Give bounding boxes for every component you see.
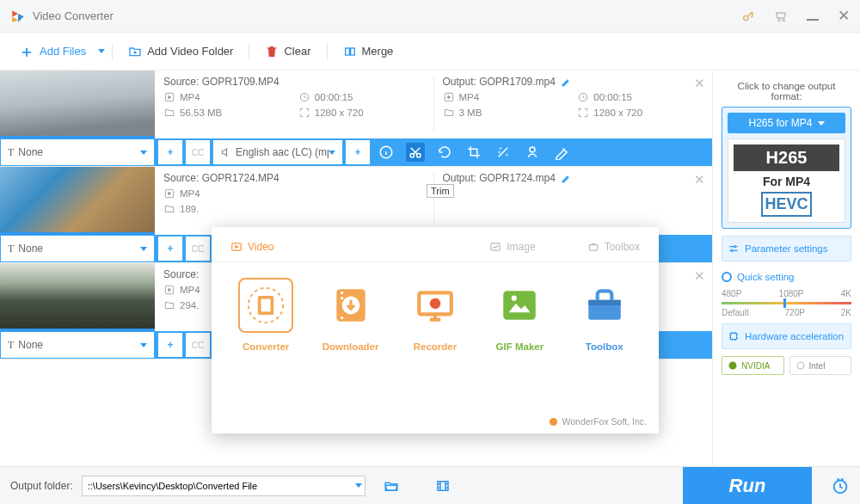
- app-logo-icon: [10, 9, 26, 24]
- remove-file-button[interactable]: ✕: [694, 268, 705, 284]
- quality-slider[interactable]: 480P1080P4K Default720P2K: [722, 289, 851, 317]
- parameter-settings-button[interactable]: Parameter settings: [722, 236, 851, 261]
- module-downloader[interactable]: Downloader: [315, 278, 387, 352]
- popup-tab-video[interactable]: Video: [230, 241, 273, 253]
- trim-tool-icon[interactable]: [406, 143, 425, 162]
- side-panel: Click to change output format: H265 for …: [712, 71, 860, 466]
- add-folder-button[interactable]: Add Video Folder: [120, 40, 242, 64]
- crop-tool-icon[interactable]: [464, 143, 483, 162]
- codec-hevc-label: HEVC: [761, 192, 811, 217]
- svg-rect-23: [491, 243, 501, 250]
- minimize-button[interactable]: [807, 19, 819, 21]
- add-subtitle-button[interactable]: +: [158, 237, 182, 261]
- app-title: Video Converter: [33, 9, 114, 22]
- cc-button[interactable]: CC: [186, 333, 210, 357]
- tooltip-trim: Trim: [427, 184, 454, 198]
- add-subtitle-button[interactable]: +: [158, 140, 182, 164]
- watermark-tool-icon[interactable]: [523, 143, 542, 162]
- svg-point-16: [731, 249, 733, 251]
- svg-rect-27: [261, 299, 271, 312]
- add-audio-button[interactable]: +: [346, 140, 370, 164]
- video-thumbnail[interactable]: [0, 263, 155, 331]
- svg-rect-20: [438, 481, 448, 490]
- film-folder-icon[interactable]: [434, 478, 452, 494]
- add-files-dropdown-icon[interactable]: [98, 49, 105, 53]
- output-resolution: 1280 x 720: [577, 107, 703, 119]
- remove-file-button[interactable]: ✕: [694, 172, 705, 187]
- edit-icon[interactable]: [561, 173, 572, 184]
- svg-point-39: [549, 417, 556, 425]
- svg-point-2: [783, 19, 784, 21]
- popup-tab-image[interactable]: Image: [489, 241, 535, 253]
- run-button[interactable]: Run: [683, 467, 812, 505]
- source-format: MP4: [163, 187, 290, 200]
- output-folder-input[interactable]: [82, 476, 366, 496]
- info-tool-icon[interactable]: [377, 143, 396, 162]
- merge-button[interactable]: Merge: [335, 40, 402, 64]
- output-folder-dropdown-icon[interactable]: [355, 483, 362, 488]
- output-format-button[interactable]: H265 for MP4 H265 For MP4 HEVC: [722, 107, 851, 229]
- source-label: Source: GOPR1724.MP4: [163, 172, 425, 184]
- subtitle-select[interactable]: TNone: [0, 331, 155, 359]
- source-label: Source: GOPR1709.MP4: [163, 76, 425, 88]
- cc-button[interactable]: CC: [186, 237, 210, 261]
- svg-point-1: [778, 19, 780, 21]
- source-size: 56.53 MB: [163, 107, 290, 119]
- edit-tool-icon[interactable]: [552, 143, 571, 162]
- effects-tool-icon[interactable]: [494, 143, 513, 162]
- module-gif-maker[interactable]: GIF Maker: [483, 278, 556, 352]
- svg-rect-3: [345, 48, 349, 55]
- source-duration: 00:00:15: [298, 91, 425, 103]
- clear-button[interactable]: Clear: [256, 40, 319, 64]
- source-resolution: 1280 x 720: [298, 107, 425, 119]
- change-format-label: Click to change output format:: [722, 81, 851, 101]
- svg-point-34: [430, 298, 441, 310]
- schedule-icon[interactable]: [831, 476, 850, 495]
- output-label: Output: GOPR1709.mp4: [443, 76, 704, 88]
- source-format: MP4: [163, 91, 290, 103]
- add-files-button[interactable]: ＋Add Files: [10, 36, 95, 67]
- remove-file-button[interactable]: ✕: [694, 76, 705, 91]
- close-button[interactable]: ✕: [838, 7, 850, 25]
- add-subtitle-button[interactable]: +: [158, 333, 182, 357]
- open-folder-icon[interactable]: [383, 478, 400, 494]
- subtitle-select[interactable]: TNone: [0, 138, 155, 166]
- main-toolbar: ＋Add Files Add Video Folder Clear Merge: [0, 33, 860, 71]
- svg-point-0: [744, 15, 748, 20]
- subtitle-select[interactable]: TNone: [0, 235, 155, 262]
- module-recorder[interactable]: Recorder: [399, 278, 471, 352]
- hardware-acceleration-button[interactable]: Hardware acceleration: [722, 323, 851, 349]
- module-converter[interactable]: Converter: [230, 278, 302, 352]
- trash-icon: [265, 45, 279, 58]
- output-format: MP4: [443, 91, 569, 103]
- merge-icon: [343, 45, 357, 58]
- file-row: Source: GOPR1709.MP4 MP4 00:00:15 56.53 …: [0, 71, 712, 167]
- nvidia-badge: NVIDIA: [722, 356, 784, 375]
- sliders-icon: [728, 243, 740, 255]
- output-size: 3 MB: [443, 107, 569, 119]
- svg-rect-24: [589, 245, 597, 250]
- popup-tab-toolbox[interactable]: Toolbox: [587, 241, 640, 253]
- key-icon[interactable]: [741, 9, 755, 23]
- video-thumbnail[interactable]: [0, 167, 155, 235]
- video-thumbnail[interactable]: [0, 71, 155, 138]
- cc-button[interactable]: CC: [186, 140, 210, 164]
- footer: Output folder: Run: [0, 466, 860, 504]
- svg-point-30: [340, 292, 342, 294]
- audio-track-select[interactable]: English aac (LC) (mp: [213, 140, 342, 164]
- vendor-label: WonderFox Soft, Inc.: [549, 416, 647, 427]
- output-folder-label: Output folder:: [10, 480, 73, 492]
- rotate-tool-icon[interactable]: [435, 143, 454, 162]
- svg-point-32: [340, 317, 342, 319]
- folder-plus-icon: [128, 45, 142, 58]
- edit-icon[interactable]: [561, 77, 572, 88]
- svg-point-12: [530, 147, 535, 152]
- output-label: Output: GOPR1724.mp4: [443, 172, 704, 184]
- codec-for-mp4-label: For MP4: [734, 171, 839, 192]
- module-toolbox[interactable]: Toolbox: [568, 278, 641, 352]
- cart-icon[interactable]: [774, 9, 788, 23]
- svg-rect-4: [350, 48, 354, 55]
- chip-icon: [728, 330, 740, 342]
- svg-rect-38: [588, 300, 621, 305]
- svg-point-31: [340, 297, 342, 299]
